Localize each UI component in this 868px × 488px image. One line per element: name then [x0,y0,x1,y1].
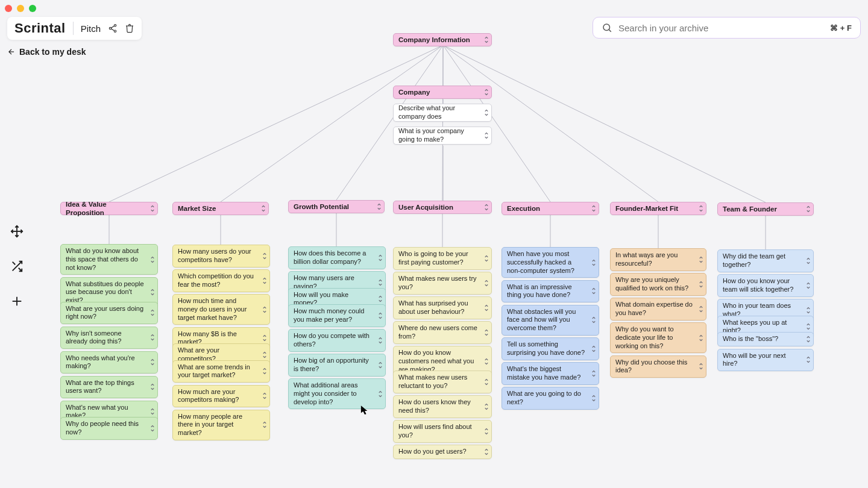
question-card[interactable]: How many users do your competitors have? [172,245,270,267]
question-card[interactable]: How will users find about you? [393,420,492,443]
node-company-q2[interactable]: What is your company going to make? [393,127,492,145]
question-card[interactable]: How much are your competitors making? [172,385,270,408]
question-card[interactable]: What are some trends in your target mark… [172,360,270,383]
expand-icon[interactable] [484,403,489,410]
expand-icon[interactable] [262,277,267,284]
question-card[interactable]: How do you compete with others? [288,329,386,352]
expand-icon[interactable] [591,205,596,212]
expand-icon[interactable] [378,390,383,398]
column-header-idea[interactable]: Idea & Value Proposition [60,202,158,215]
question-card[interactable]: When have you most successfully hacked a… [502,247,599,278]
question-card[interactable]: Why did the team get together? [717,249,814,272]
question-card[interactable]: How much money could you make per year? [288,304,386,327]
question-card[interactable]: Why did you choose this idea? [610,355,706,378]
expand-icon[interactable] [150,358,155,366]
question-card[interactable]: Who is going to be your first paying cus… [393,247,492,270]
question-card[interactable]: What's the biggest mistake you have made… [502,362,599,385]
expand-icon[interactable] [261,205,266,212]
question-card[interactable]: What are you going to do next? [502,387,599,410]
expand-icon[interactable] [591,395,596,402]
node-company-header[interactable]: Company [393,86,492,99]
expand-icon[interactable] [262,306,267,313]
expand-icon[interactable] [806,282,811,289]
column-header-team[interactable]: Team & Founder [717,202,814,216]
question-card[interactable]: What has surprised you about user behavi… [393,296,492,319]
question-card[interactable]: Why isn't someone already doing this? [60,327,158,349]
expand-icon[interactable] [262,334,267,342]
expand-icon[interactable] [262,368,267,375]
expand-icon[interactable] [262,252,267,260]
question-card[interactable]: What additional areas might you consider… [288,378,386,409]
expand-icon[interactable] [150,205,155,212]
expand-icon[interactable] [484,255,489,262]
expand-icon[interactable] [484,109,489,116]
expand-icon[interactable] [591,259,596,266]
question-card[interactable]: Which competition do you fear the most? [172,269,270,292]
question-card[interactable]: What makes new users try you? [393,272,492,295]
expand-icon[interactable] [699,205,703,212]
expand-icon[interactable] [262,392,267,399]
expand-icon[interactable] [484,280,489,287]
expand-icon[interactable] [262,351,267,358]
expand-icon[interactable] [378,295,383,302]
expand-icon[interactable] [484,329,489,336]
expand-icon[interactable] [378,337,383,344]
column-header-exec[interactable]: Execution [502,202,599,215]
column-header-fmf[interactable]: Founder-Market Fit [610,202,706,215]
expand-icon[interactable] [591,287,596,295]
node-company-q1[interactable]: Describe what your company does [393,104,492,122]
question-card[interactable]: Why do people need this now? [60,417,158,440]
expand-icon[interactable] [699,256,703,263]
column-header-market[interactable]: Market Size [172,202,269,215]
node-root[interactable]: Company Information [393,33,492,46]
question-card[interactable]: How many people are there in your target… [172,410,270,440]
expand-icon[interactable] [150,256,155,263]
expand-icon[interactable] [150,309,155,316]
canvas[interactable]: Company Information Company Describe wha… [0,0,868,488]
expand-icon[interactable] [484,204,489,211]
question-card[interactable]: How big of an opportunity is there? [288,354,386,377]
expand-icon[interactable] [699,281,703,288]
expand-icon[interactable] [699,334,703,342]
expand-icon[interactable] [806,323,811,330]
expand-icon[interactable] [591,370,596,377]
expand-icon[interactable] [262,421,267,428]
question-card[interactable]: How do users know they need this? [393,395,492,418]
question-card[interactable]: Why are you uniquely qualified to work o… [610,273,706,296]
expand-icon[interactable] [378,312,383,319]
expand-icon[interactable] [806,336,811,343]
expand-icon[interactable] [484,358,489,365]
expand-icon[interactable] [484,132,489,139]
question-card[interactable]: How do you get users? [393,445,492,459]
expand-icon[interactable] [484,428,489,435]
question-card[interactable]: Who is the "boss"? [717,332,814,346]
expand-icon[interactable] [806,307,811,314]
column-header-ua[interactable]: User Acquisition [393,201,492,214]
expand-icon[interactable] [806,205,811,213]
expand-icon[interactable] [591,345,596,352]
expand-icon[interactable] [150,334,155,341]
question-card[interactable]: What do you know about this space that o… [60,244,158,275]
expand-icon[interactable] [150,425,155,432]
question-card[interactable]: What domain expertise do you have? [610,298,706,321]
expand-icon[interactable] [699,363,703,370]
expand-icon[interactable] [806,356,811,363]
expand-icon[interactable] [150,383,155,390]
expand-icon[interactable] [378,254,383,261]
question-card[interactable]: Why do you want to dedicate your life to… [610,322,706,353]
expand-icon[interactable] [377,203,382,210]
question-card[interactable]: Tell us something surprising you have do… [502,337,599,360]
question-card[interactable]: In what ways are you resourceful? [610,248,706,271]
question-card[interactable]: What is an impressive thing you have don… [502,280,599,303]
question-card[interactable]: Who needs what you're making? [60,351,158,374]
question-card[interactable]: What makes new users reluctant to you? [393,371,492,393]
expand-icon[interactable] [150,289,155,296]
question-card[interactable]: How much time and money do users in your… [172,294,270,325]
expand-icon[interactable] [699,305,703,313]
expand-icon[interactable] [806,257,811,264]
question-card[interactable]: Where do new users come from? [393,321,492,344]
expand-icon[interactable] [484,36,489,43]
question-card[interactable]: What are the top things users want? [60,376,158,399]
expand-icon[interactable] [484,448,489,455]
expand-icon[interactable] [378,361,383,369]
